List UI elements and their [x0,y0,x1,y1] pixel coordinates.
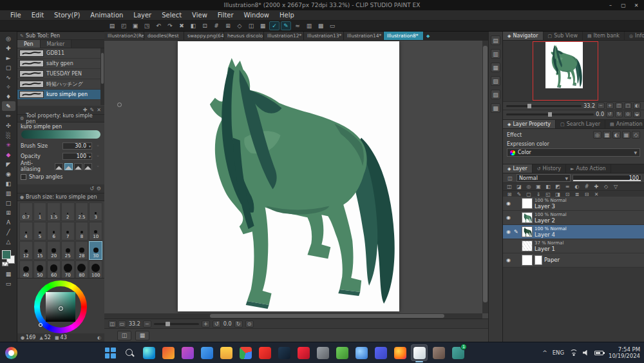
tone-effect[interactable]: ▩ [603,131,611,139]
minimize-button[interactable]: – [604,0,617,10]
hue-cursor[interactable] [39,323,43,327]
brush-size-preset[interactable]: 10 [89,222,102,240]
reference-layer[interactable]: ◎ [524,183,533,190]
brush-tool[interactable]: ✣ [2,121,15,130]
actual-size[interactable]: □ [624,103,632,109]
vector-snap-a[interactable]: ✓ [269,21,279,30]
stabilization[interactable]: ≈ [292,21,303,30]
fill-tool[interactable]: ◧ [2,179,15,188]
GDB11[interactable]: GDB11 [17,48,104,59]
brush-size-preset[interactable]: 40 [19,260,33,279]
line-correct-tool[interactable]: ╱ [2,227,15,237]
document-tab[interactable]: Illustration8* [384,32,424,40]
clip-at-layer-below[interactable]: ◪ [515,183,524,190]
expression-color-effect[interactable]: ▦ [622,131,630,139]
navigator-tab[interactable]: ◎Information [625,32,644,40]
blend-mode-dropdown[interactable]: Normal ▼ [516,174,571,182]
fit-to-screen[interactable]: ▭ [118,320,126,328]
brush-size-preset[interactable]: 80 [75,260,89,279]
enable-mask[interactable]: ≡ [563,183,572,190]
brush-size-preset[interactable]: 5 [33,222,47,240]
file-explorer[interactable] [218,344,234,361]
layer-visibility-eye-icon[interactable]: ◉ [505,201,512,206]
view-button-1[interactable]: ◫ [117,331,131,340]
menu-item[interactable]: Help [274,11,299,20]
sharp-angles-checkbox[interactable] [21,174,26,180]
snap-to-special-ruler[interactable]: ◇ [234,21,245,30]
brush-size-input[interactable]: 30.0▾ [62,142,92,150]
aa-weak[interactable] [64,163,73,170]
dock-material-manga[interactable]: ▧ [491,76,500,86]
minecraft[interactable] [334,344,350,361]
brush-size-preset[interactable]: 3 [89,202,102,221]
brush-size-preset[interactable]: 28 [75,241,89,260]
menu-item[interactable]: File [5,11,26,20]
aa-none[interactable] [55,163,63,170]
brush-size-preset[interactable]: 30 [89,241,102,260]
tray-overflow-chevron-icon[interactable]: ^ [542,349,547,356]
flip-horizontal[interactable]: ◐ [633,103,641,109]
aa-middle[interactable] [74,163,82,170]
pencil-tool[interactable]: ✏ [2,111,15,121]
navigator-rotation-slider[interactable] [506,113,594,115]
brush-size-preset[interactable]: 20 [47,241,61,260]
edge[interactable] [140,344,157,361]
brush-size-preset[interactable]: 2 [61,202,75,221]
draft-layer[interactable]: ▣ [534,183,543,190]
sub-tool-tab[interactable]: Pen [17,40,41,48]
grid-toggle[interactable]: ▦ [258,21,268,30]
dock-material-image[interactable]: ▨ [491,90,500,99]
zoom-slider[interactable] [154,323,199,325]
kuro simple pen[interactable]: kuro simple pen [17,90,104,100]
battery-icon[interactable] [594,351,603,355]
tool-property-header[interactable]: ⚙ Tool property: kuro simple pen [17,115,104,123]
navigator-tab[interactable]: ◈Navigator [503,32,544,40]
layer-panel-tab[interactable]: ↺History [533,164,566,173]
marker-tool[interactable]: ◆ [2,150,15,159]
undo[interactable]: ↶ [153,21,164,30]
view-button-2[interactable]: ▦ [135,331,149,340]
zoom-out-button[interactable]: − [143,320,151,328]
document-tab[interactable]: heusus discolo [224,32,264,40]
aa-strong[interactable] [84,163,92,170]
selection-launcher[interactable]: ▭ [2,279,15,288]
new-canvas[interactable]: ▤ [107,21,117,30]
brush-size-preset[interactable]: 1.5 [47,202,61,221]
navigator-tab[interactable]: ▤Item bank [583,32,625,40]
reset-rotation[interactable]: ⊙ [624,111,632,117]
widgets-icon[interactable] [5,347,17,359]
volume-icon[interactable] [583,350,589,356]
eyedropper-tool[interactable]: ♦ [2,92,15,101]
blend-tool[interactable]: ◉ [2,169,15,179]
dock-quick-access[interactable]: ▤ [491,35,500,45]
magic-wand-tool[interactable]: ✧ [2,82,15,92]
photos[interactable] [160,344,176,361]
brush-size-panel-header[interactable]: ● Brush size: kuro simple pen [17,193,104,201]
brush-size-preset[interactable]: 8 [75,222,89,240]
pen-tool[interactable]: ✎ [2,101,15,111]
document-tab[interactable]: Illustration12* [264,32,304,40]
menu-item[interactable]: Story(P) [49,11,85,20]
menu-item[interactable]: Edit [26,11,49,20]
navigator-toggle[interactable]: ◫ [108,320,117,328]
layer-thumbnail[interactable] [522,198,533,209]
opacity-input[interactable]: 100▾ [62,153,92,160]
Layer 2[interactable]: ◉ ✎ 100 % Normal Layer 2 [503,211,644,225]
layer-property-tab[interactable]: ▢Search Layer [556,120,605,128]
vscode[interactable] [198,344,215,361]
rotate-left-button[interactable]: ↺ [213,320,221,328]
add-effect[interactable]: ✚ [592,183,601,190]
decoration-tool[interactable]: ✳ [2,140,15,150]
rotate-right-button[interactable]: ↻ [234,320,243,328]
layer-color-effect[interactable]: ◐ [612,131,621,139]
dock-material-color[interactable]: ▥ [491,49,500,59]
open-file[interactable]: ◰ [118,21,129,30]
input-language-indicator[interactable]: ENG [553,349,564,356]
TUESDAY PEN[interactable]: TUESDAY PEN [17,69,104,79]
menu-item[interactable]: Animation [85,11,128,20]
canvas-viewport[interactable] [104,41,482,313]
spinner-arrow-icon[interactable]: ▾ [89,154,91,159]
canvas-vertical-scrollbar[interactable] [482,41,488,313]
steam[interactable] [276,344,292,361]
expression-color-dropdown[interactable]: Color ▼ [507,148,640,157]
